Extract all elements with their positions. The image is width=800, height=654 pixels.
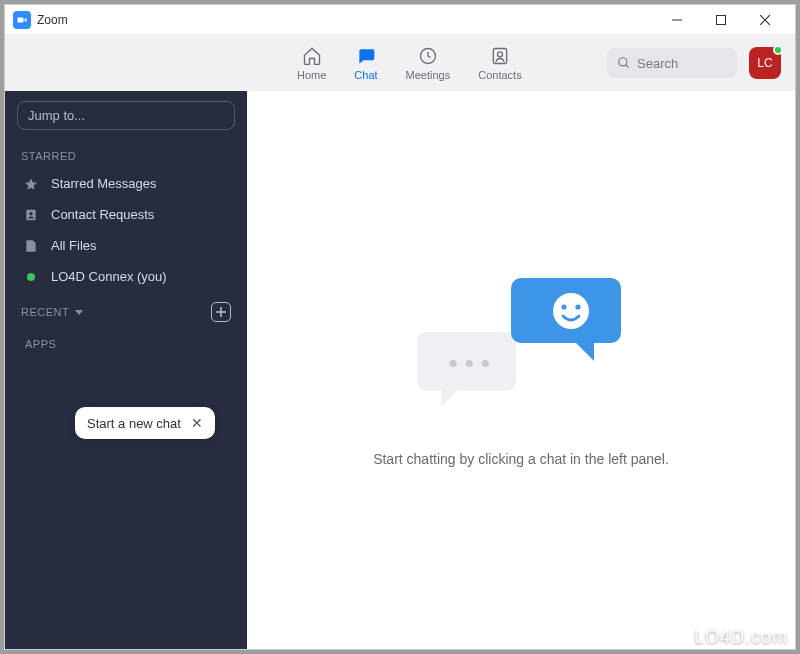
app-window: Zoom Home xyxy=(4,4,796,650)
search-input[interactable]: Search xyxy=(607,48,737,78)
contact-icon xyxy=(23,208,39,222)
sidebar-item-label: All Files xyxy=(51,238,97,253)
app-body: Jump to... STARRED Starred Messages Cont… xyxy=(5,91,795,649)
svg-point-14 xyxy=(466,360,473,367)
svg-point-10 xyxy=(29,212,33,216)
section-label-text: STARRED xyxy=(21,150,76,162)
tab-meetings[interactable]: Meetings xyxy=(406,45,451,81)
tab-chat[interactable]: Chat xyxy=(354,45,377,81)
sidebar-item-label: Starred Messages xyxy=(51,176,157,191)
presence-icon xyxy=(23,273,39,281)
clock-icon xyxy=(417,45,439,67)
minimize-button[interactable] xyxy=(655,5,699,35)
svg-point-13 xyxy=(449,360,456,367)
section-starred: STARRED xyxy=(21,150,231,162)
home-icon xyxy=(301,45,323,67)
section-apps[interactable]: APPS xyxy=(21,338,231,350)
tab-label: Meetings xyxy=(406,69,451,81)
presence-dot-icon xyxy=(773,45,783,55)
maximize-button[interactable] xyxy=(699,5,743,35)
search-icon xyxy=(617,56,631,70)
svg-rect-5 xyxy=(493,49,506,64)
svg-point-15 xyxy=(482,360,489,367)
sidebar-item-all-files[interactable]: All Files xyxy=(17,230,235,261)
section-label-text: RECENT xyxy=(21,306,69,318)
new-chat-button[interactable] xyxy=(211,302,231,322)
svg-line-8 xyxy=(626,65,629,68)
tab-label: Home xyxy=(297,69,326,81)
svg-point-16 xyxy=(553,293,589,329)
close-button[interactable] xyxy=(743,5,787,35)
tooltip-text: Start a new chat xyxy=(87,416,181,431)
new-chat-tooltip: Start a new chat ✕ xyxy=(75,407,215,439)
profile-avatar[interactable]: LC xyxy=(749,47,781,79)
window-controls xyxy=(655,5,787,35)
chat-icon xyxy=(355,45,377,67)
tab-label: Chat xyxy=(354,69,377,81)
chevron-down-icon xyxy=(75,310,83,315)
contacts-icon xyxy=(489,45,511,67)
tab-home[interactable]: Home xyxy=(297,45,326,81)
sidebar-item-label: LO4D Connex (you) xyxy=(51,269,167,284)
search-placeholder: Search xyxy=(637,56,678,71)
section-recent[interactable]: RECENT xyxy=(21,306,83,318)
jump-placeholder: Jump to... xyxy=(28,108,85,123)
close-icon[interactable]: ✕ xyxy=(191,415,203,431)
sidebar-item-contact-requests[interactable]: Contact Requests xyxy=(17,199,235,230)
star-icon xyxy=(23,177,39,191)
top-nav: Home Chat Meetings Contacts xyxy=(5,35,795,91)
empty-state-text: Start chatting by clicking a chat in the… xyxy=(373,451,669,467)
nav-tabs: Home Chat Meetings Contacts xyxy=(297,45,522,81)
section-label-text: APPS xyxy=(25,338,56,350)
sidebar-item-label: Contact Requests xyxy=(51,207,154,222)
titlebar: Zoom xyxy=(5,5,795,35)
main-panel: Start chatting by clicking a chat in the… xyxy=(247,91,795,649)
svg-point-6 xyxy=(497,52,502,57)
svg-rect-1 xyxy=(717,15,726,24)
sidebar: Jump to... STARRED Starred Messages Cont… xyxy=(5,91,247,649)
tab-contacts[interactable]: Contacts xyxy=(478,45,521,81)
watermark: LO4D.com xyxy=(694,627,788,648)
jump-to-input[interactable]: Jump to... xyxy=(17,101,235,130)
speech-bubble-blue-icon xyxy=(511,273,631,373)
sidebar-item-starred-messages[interactable]: Starred Messages xyxy=(17,168,235,199)
avatar-initials: LC xyxy=(757,56,772,70)
svg-point-7 xyxy=(619,58,627,66)
zoom-app-icon xyxy=(13,11,31,29)
svg-point-17 xyxy=(561,304,566,309)
empty-chat-illustration xyxy=(411,273,631,433)
tab-label: Contacts xyxy=(478,69,521,81)
sidebar-item-self[interactable]: LO4D Connex (you) xyxy=(17,261,235,292)
file-icon xyxy=(23,239,39,253)
window-title: Zoom xyxy=(37,13,68,27)
svg-point-18 xyxy=(575,304,580,309)
